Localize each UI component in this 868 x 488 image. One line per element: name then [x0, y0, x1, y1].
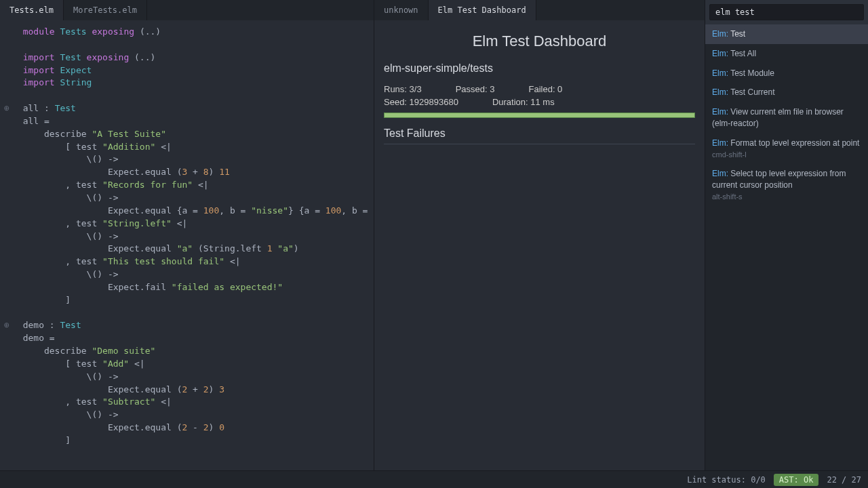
editor-pane: Tests.elm MoreTests.elm module Tests exp… — [0, 0, 374, 470]
palette-item-test[interactable]: Elm: Test — [705, 24, 868, 44]
stats-failed: Failed: 0 — [528, 84, 562, 94]
stats-row-2: Seed: 1929893680 Duration: 11 ms — [384, 97, 695, 107]
palette-item-format-top[interactable]: Elm: Format top level expression at poin… — [705, 134, 868, 164]
command-palette: Elm: Test Elm: Test All Elm: Test Module… — [705, 0, 868, 470]
stats-passed: Passed: 3 — [456, 84, 495, 94]
palette-item-test-module[interactable]: Elm: Test Module — [705, 64, 868, 83]
status-position: 22 / 27 — [827, 475, 861, 485]
status-lint: Lint status: 0/0 — [687, 475, 766, 485]
command-palette-input[interactable] — [709, 4, 864, 20]
dashboard-title: Elm Test Dashboard — [384, 33, 695, 50]
code-editor[interactable]: module Tests exposing (..) import Test e… — [0, 20, 374, 470]
progress-bar — [384, 113, 695, 118]
status-bar: Lint status: 0/0 AST: Ok 22 / 27 — [0, 470, 868, 488]
tab-bar-left: Tests.elm MoreTests.elm — [0, 0, 374, 20]
tab-unknown[interactable]: unknown — [374, 0, 429, 20]
tab-tests-elm[interactable]: Tests.elm — [0, 0, 64, 20]
command-palette-list: Elm: Test Elm: Test All Elm: Test Module… — [705, 24, 868, 470]
status-ast: AST: Ok — [774, 474, 819, 486]
dashboard-path: elm-super-simple/tests — [384, 62, 695, 75]
stats-runs: Runs: 3/3 — [384, 84, 422, 94]
palette-item-test-all[interactable]: Elm: Test All — [705, 44, 868, 64]
palette-item-test-current[interactable]: Elm: Test Current — [705, 83, 868, 102]
tab-elm-test-dashboard[interactable]: Elm Test Dashboard — [429, 0, 536, 20]
tab-moretests-elm[interactable]: MoreTests.elm — [64, 0, 147, 20]
palette-item-select-top[interactable]: Elm: Select top level expression from cu… — [705, 164, 868, 206]
dashboard-content: Elm Test Dashboard elm-super-simple/test… — [374, 20, 705, 470]
stats-duration: Duration: 11 ms — [492, 97, 555, 107]
tab-bar-center: unknown Elm Test Dashboard — [374, 0, 705, 20]
stats-row-1: Runs: 3/3 Passed: 3 Failed: 0 — [384, 84, 695, 94]
stats-seed: Seed: 1929893680 — [384, 97, 458, 107]
dashboard-pane: unknown Elm Test Dashboard Elm Test Dash… — [374, 0, 705, 470]
palette-item-view-browser[interactable]: Elm: View current elm file in browser (e… — [705, 102, 868, 134]
test-failures-heading: Test Failures — [384, 127, 695, 144]
